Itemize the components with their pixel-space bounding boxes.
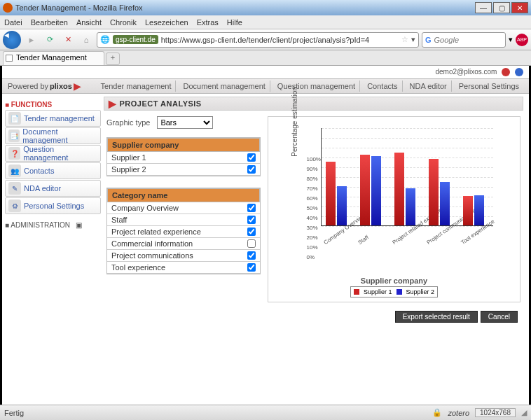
bar — [474, 195, 484, 225]
nav-tender[interactable]: Tender management — [97, 80, 177, 92]
forward-button[interactable]: ► — [24, 32, 39, 48]
menu-help[interactable]: Hilfe — [227, 18, 242, 27]
url-text: https://www.gsp-client.de/tender/client/… — [161, 36, 399, 44]
ytick: 30% — [307, 225, 318, 231]
graphic-type-label: Graphic type — [106, 118, 150, 127]
firefox-icon — [3, 3, 13, 13]
reload-button[interactable]: ⟳ — [42, 32, 57, 48]
nav-nda[interactable]: NDA editor — [406, 80, 452, 92]
menu-file[interactable]: Datei — [4, 18, 22, 27]
resize-icon[interactable]: ◢ — [521, 408, 527, 417]
sidebar-icon: 📑 — [8, 130, 20, 142]
sidebar-item-label: Question management — [23, 145, 97, 162]
ytick: 0% — [307, 254, 315, 260]
sidebar-item-5[interactable]: ⚙Personal Settings — [5, 197, 101, 214]
sidebar-item-label: Document management — [22, 127, 97, 144]
sidebar-icon: ❓ — [8, 147, 20, 160]
graphic-type-select[interactable]: Bars — [157, 116, 213, 129]
site-badge: gsp-client.de — [113, 35, 158, 44]
supplier-checkbox[interactable] — [247, 165, 256, 174]
menu-view[interactable]: Ansicht — [76, 18, 102, 27]
sidebar-item-label: Personal Settings — [24, 202, 84, 210]
category-checkbox[interactable] — [247, 216, 256, 224]
nav-question[interactable]: Question management — [273, 80, 360, 92]
maximize-button[interactable]: ▢ — [493, 2, 510, 13]
supplier-checkbox[interactable] — [247, 153, 256, 162]
search-box[interactable]: G Google — [422, 32, 506, 48]
ytick: 70% — [307, 186, 318, 192]
supplier-row: Supplier 1 — [107, 152, 260, 164]
chart-xlabel: Supplier company — [361, 276, 427, 285]
sidebar-section-functions: FUNCTIONS — [5, 101, 101, 108]
tab-title: Tender Management — [16, 53, 87, 62]
category-checkbox[interactable] — [247, 251, 256, 260]
category-row: Staff — [107, 214, 260, 226]
bar — [337, 186, 347, 225]
menu-bookmarks[interactable]: Lesezeichen — [145, 18, 188, 27]
sidebar-item-4[interactable]: ✎NDA editor — [5, 180, 101, 197]
category-row: Company Overview — [107, 202, 260, 214]
category-grid: Category name Company OverviewStaffProje… — [106, 188, 261, 274]
search-placeholder: Google — [434, 36, 459, 44]
dropdown-icon[interactable]: ▾ — [411, 35, 415, 44]
user-email: demo2@plixos.com — [435, 68, 497, 76]
category-checkbox[interactable] — [247, 227, 256, 236]
sidebar-item-3[interactable]: 👥Contacts — [5, 162, 101, 179]
back-button[interactable]: ◄ — [3, 31, 21, 49]
sidebar-icon: 📄 — [8, 112, 21, 125]
menu-edit[interactable]: Bearbeiten — [31, 18, 68, 27]
status-text: Fertig — [4, 409, 24, 417]
help-icon[interactable] — [515, 68, 523, 76]
browser-tab[interactable]: Tender Management — [3, 51, 104, 65]
bar — [371, 156, 381, 225]
status-bar: Fertig 🔒 zotero 1024x768 ◢ — [0, 405, 531, 420]
ytick: 80% — [307, 176, 318, 182]
zotero-label[interactable]: zotero — [448, 409, 469, 417]
sidebar-item-label: Tender management — [24, 114, 95, 122]
legend-label-1: Supplier 1 — [364, 288, 392, 295]
sidebar-item-2[interactable]: ❓Question management — [5, 145, 101, 162]
legend-swatch-1 — [354, 289, 359, 295]
url-bar[interactable]: 🌐 gsp-client.de https://www.gsp-client.d… — [97, 32, 419, 48]
sidebar-item-label: Contacts — [24, 167, 54, 175]
page-title: ▶PROJECT ANALYSIS — [104, 97, 523, 111]
addon-icon[interactable]: ▾ — [509, 35, 513, 44]
ytick: 50% — [307, 205, 318, 211]
category-checkbox[interactable] — [247, 204, 256, 212]
new-tab-button[interactable]: + — [106, 52, 120, 65]
export-button[interactable]: Export selected result — [395, 311, 478, 323]
sidebar-item-1[interactable]: 📑Document management — [5, 127, 101, 144]
xtick: Staff — [357, 234, 370, 246]
ytick: 90% — [307, 166, 318, 172]
category-checkbox[interactable] — [247, 263, 256, 272]
nav-document[interactable]: Document management — [179, 80, 270, 92]
sidebar-section-admin[interactable]: ■ ADMINISTRATION ▣ — [5, 221, 101, 229]
category-checkbox[interactable] — [247, 239, 256, 248]
ytick: 10% — [307, 244, 318, 251]
bar — [326, 162, 336, 225]
minimize-button[interactable]: — — [475, 2, 492, 13]
window-title: Tender Management - Mozilla Firefox — [15, 4, 143, 12]
menu-extras[interactable]: Extras — [197, 18, 219, 27]
nav-contacts[interactable]: Contacts — [363, 80, 402, 92]
sidebar-icon: 👥 — [8, 164, 21, 177]
category-name: Project communications — [111, 251, 193, 260]
star-icon[interactable]: ☆ — [401, 35, 408, 44]
legend-swatch-2 — [396, 289, 402, 295]
category-name: Project related experience — [111, 227, 201, 236]
bar — [406, 188, 415, 225]
home-button[interactable]: ⌂ — [78, 32, 94, 48]
google-icon: G — [425, 36, 432, 44]
category-name: Staff — [111, 216, 127, 224]
page-icon — [6, 55, 13, 62]
nav-settings[interactable]: Personal Settings — [455, 80, 523, 92]
supplier-name: Supplier 1 — [111, 153, 146, 162]
stop-button[interactable]: ✕ — [60, 32, 76, 48]
abp-icon[interactable]: ABP — [516, 34, 528, 46]
cancel-button[interactable]: Cancel — [481, 311, 518, 323]
logout-icon[interactable] — [502, 68, 510, 76]
sidebar-item-0[interactable]: 📄Tender management — [5, 110, 101, 127]
ytick: 40% — [307, 215, 318, 221]
menu-history[interactable]: Chronik — [110, 18, 137, 27]
close-button[interactable]: ✕ — [511, 2, 528, 13]
